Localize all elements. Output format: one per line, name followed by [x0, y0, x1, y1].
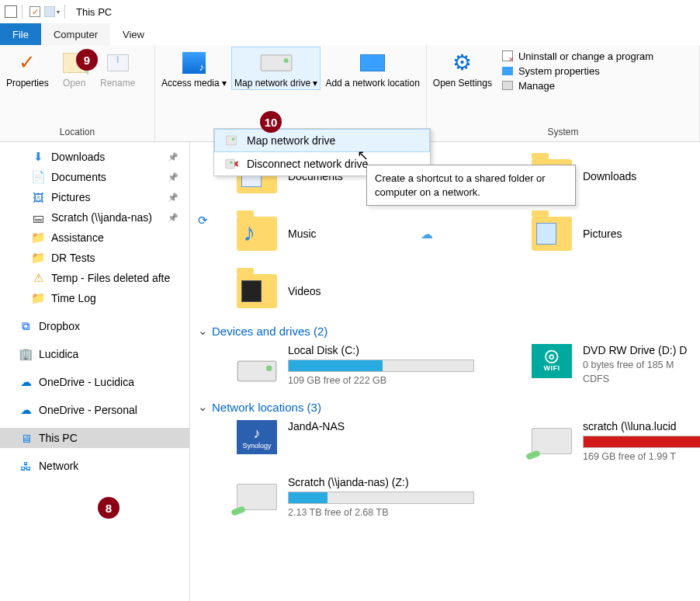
open-settings-button[interactable]: ⚙ Open Settings: [430, 47, 495, 89]
rename-icon: [107, 54, 129, 71]
manage-label: Manage: [518, 80, 555, 92]
map-drive-label: Map network drive ▾: [234, 78, 317, 89]
ribbon-tabs: File Computer View: [0, 23, 700, 45]
folder-videos[interactable]: Videos: [237, 274, 532, 308]
onedrive-icon: ☁: [19, 375, 33, 389]
wifi-disc-icon: ⦾WIFI: [532, 344, 572, 378]
folder-music[interactable]: ♪ Music ☁: [237, 217, 532, 251]
system-properties-link[interactable]: System properties: [501, 64, 653, 77]
system-props-icon: [502, 67, 513, 75]
annotation-badge-8: 8: [98, 497, 120, 519]
sidebar-item-pictures[interactable]: 🖼Pictures: [0, 187, 189, 207]
sidebar-item-dr-tests[interactable]: 📁DR Tests: [0, 248, 189, 268]
sidebar-root-this-pc[interactable]: 🖥This PC: [0, 428, 189, 448]
synology-icon: ♪Synology: [237, 420, 277, 454]
tab-file[interactable]: File: [0, 23, 41, 45]
capacity-bar: [288, 360, 474, 372]
gear-icon: ⚙: [452, 50, 472, 75]
add-network-location-button[interactable]: Add a network location: [322, 47, 422, 89]
folder-pictures[interactable]: Pictures: [532, 217, 700, 251]
sidebar-root-dropbox[interactable]: ⧉Dropbox: [0, 316, 189, 336]
open-label: Open: [63, 78, 85, 89]
uninstall-program-link[interactable]: Uninstall or change a program: [501, 50, 653, 62]
tooltip-text: Create a shortcut to a shared folder or …: [375, 172, 546, 198]
sidebar-root-onedrive-lucidica[interactable]: ☁OneDrive - Lucidica: [0, 372, 189, 392]
sidebar-item-downloads[interactable]: ⬇Downloads: [0, 147, 189, 167]
sidebar-item-time-log[interactable]: 📁Time Log: [0, 288, 189, 308]
folder-icon: 📁: [31, 251, 45, 265]
drive-local-c[interactable]: Local Disk (C:) 109 GB free of 222 GB: [237, 344, 532, 386]
manage-link[interactable]: Manage: [501, 79, 653, 92]
capacity-bar: [583, 436, 700, 448]
sidebar-root-onedrive-personal[interactable]: ☁OneDrive - Personal: [0, 400, 189, 420]
download-icon: ⬇: [31, 150, 45, 164]
section-network-header[interactable]: ⌄ Network locations (3): [198, 400, 700, 414]
hdd-icon: [237, 344, 277, 378]
sidebar-root-lucidica[interactable]: 🏢Lucidica: [0, 344, 189, 364]
folder-icon: ♪: [237, 217, 277, 251]
properties-button[interactable]: ✓ Properties: [3, 47, 52, 89]
pictures-icon: 🖼: [31, 190, 45, 204]
dropbox-icon: ⧉: [19, 319, 33, 333]
qat-new-button[interactable]: ▾: [44, 4, 60, 19]
network-drive-icon: 🖴: [31, 210, 45, 224]
drive-dvd-d[interactable]: ⦾WIFI DVD RW Drive (D:) D 0 bytes free o…: [532, 344, 700, 386]
checkmark-icon: ✓: [19, 51, 36, 75]
dropdown-map-label: Map network drive: [247, 134, 335, 147]
folder-label: Pictures: [583, 228, 622, 240]
rename-label: Rename: [100, 78, 135, 89]
document-icon: 📄: [31, 170, 45, 184]
rename-button[interactable]: Rename: [97, 47, 139, 89]
chevron-down-icon: ⌄: [198, 324, 207, 338]
section-devices-label: Devices and drives (2): [212, 325, 327, 338]
sidebar-root-network[interactable]: 🖧Network: [0, 456, 189, 476]
drive-icon: [260, 54, 292, 71]
folder-label: Downloads: [583, 170, 636, 182]
tab-view[interactable]: View: [110, 23, 157, 45]
cloud-status-icon: ☁: [421, 227, 433, 241]
netloc-capacity-text: 2.13 TB free of 2.68 TB: [288, 507, 474, 518]
navigation-pane[interactable]: ⬇Downloads 📄Documents 🖼Pictures 🖴Scratch…: [0, 142, 190, 601]
map-network-drive-button[interactable]: Map network drive ▾: [231, 47, 321, 90]
netloc-janda-nas[interactable]: ♪Synology JandA-NAS: [237, 420, 532, 462]
open-settings-label: Open Settings: [433, 78, 492, 89]
tab-computer[interactable]: Computer: [41, 23, 110, 45]
section-devices-header[interactable]: ⌄ Devices and drives (2): [198, 324, 700, 338]
group-system-label: System: [430, 124, 696, 141]
dropdown-map-drive[interactable]: Map network drive: [214, 129, 430, 152]
uninstall-label: Uninstall or change a program: [518, 50, 653, 62]
sidebar-item-documents[interactable]: 📄Documents: [0, 167, 189, 187]
dropdown-disconnect-label: Disconnect network drive: [247, 158, 368, 170]
folder-icon: 📁: [31, 291, 45, 305]
title-bar: ✓ ▾ This PC: [0, 0, 700, 23]
system-props-label: System properties: [518, 65, 600, 77]
tooltip: Create a shortcut to a shared folder or …: [366, 165, 576, 206]
network-drive-icon: [237, 476, 277, 510]
network-icon: 🖧: [19, 459, 33, 473]
netloc-name: JandA-NAS: [288, 420, 345, 433]
this-pc-icon: 🖥: [19, 431, 33, 445]
network-drive-icon: [532, 420, 572, 454]
disconnect-drive-icon: ✖: [224, 158, 239, 170]
system-menu-icon[interactable]: [5, 5, 17, 18]
folder-icon: [237, 274, 277, 308]
sidebar-item-assistance[interactable]: 📁Assistance: [0, 228, 189, 248]
content-pane[interactable]: ⟳ Documents ☁ ⬇ Downloads ♪ Music ☁ Pict…: [190, 142, 700, 601]
netloc-scratch-z[interactable]: Scratch (\\janda-nas) (Z:) 2.13 TB free …: [237, 476, 532, 518]
refresh-icon[interactable]: ⟳: [198, 214, 208, 228]
onedrive-icon: ☁: [19, 403, 33, 417]
chevron-down-icon: ⌄: [198, 400, 207, 414]
access-media-label: Access media ▾: [161, 78, 227, 89]
sidebar-item-scratch-nas[interactable]: 🖴Scratch (\\janda-nas): [0, 207, 189, 228]
window-title: This PC: [76, 6, 112, 18]
netloc-capacity-text: 169 GB free of 1.99 T: [583, 451, 700, 462]
section-network-label: Network locations (3): [212, 401, 321, 414]
properties-label: Properties: [6, 78, 49, 89]
access-media-button[interactable]: Access media ▾: [158, 47, 230, 89]
netloc-name: scratch (\\luna.lucid: [583, 420, 700, 433]
qat-properties-button[interactable]: ✓: [27, 4, 43, 19]
sidebar-item-temp[interactable]: ⚠Temp - Files deleted afte: [0, 268, 189, 288]
folder-label: Videos: [288, 285, 321, 297]
media-icon: [182, 52, 206, 74]
netloc-scratch-luna[interactable]: scratch (\\luna.lucid 169 GB free of 1.9…: [532, 420, 700, 462]
